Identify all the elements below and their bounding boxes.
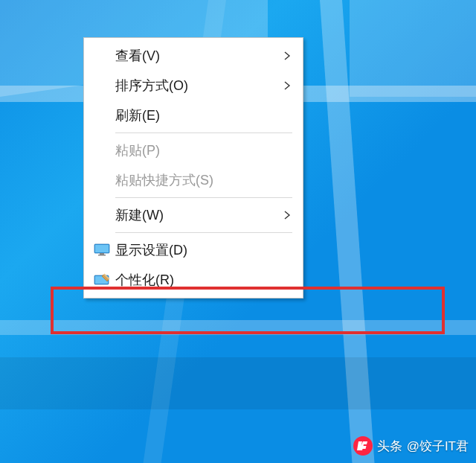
monitor-icon [91, 241, 112, 259]
menu-item-label: 排序方式(O) [112, 77, 282, 95]
menu-separator [115, 132, 292, 133]
menu-item-paste-shortcut: 粘贴快捷方式(S) [86, 165, 301, 195]
menu-item-label: 新建(W) [112, 206, 282, 224]
chevron-right-icon [282, 80, 292, 91]
bg-beam [0, 357, 476, 409]
menu-item-label: 粘贴快捷方式(S) [112, 171, 292, 189]
svg-rect-2 [100, 253, 104, 255]
chevron-right-icon [282, 51, 292, 61]
menu-item-new[interactable]: 新建(W) [86, 200, 301, 230]
menu-item-label: 粘贴(P) [112, 141, 292, 159]
menu-item-view[interactable]: 查看(V) [86, 41, 301, 71]
chevron-right-icon [282, 210, 292, 220]
menu-item-icon-placeholder [91, 77, 112, 95]
menu-item-label: 显示设置(D) [112, 241, 292, 259]
bg-beam [0, 320, 476, 335]
menu-item-icon-placeholder [91, 106, 112, 124]
menu-separator [115, 232, 292, 233]
personalize-icon [91, 271, 112, 289]
menu-item-label: 查看(V) [112, 47, 282, 65]
watermark-handle: @饺子IT君 [407, 438, 469, 455]
menu-item-icon-placeholder [91, 141, 112, 159]
menu-item-icon-placeholder [91, 47, 112, 65]
menu-item-personalize[interactable]: 个性化(R) [86, 265, 301, 295]
toutiao-logo-icon [353, 436, 373, 456]
bg-beam [350, 0, 476, 97]
watermark: 头条 @饺子IT君 [353, 436, 469, 456]
svg-rect-3 [98, 255, 106, 256]
menu-item-label: 刷新(E) [112, 106, 292, 124]
menu-item-sort[interactable]: 排序方式(O) [86, 71, 301, 100]
menu-item-refresh[interactable]: 刷新(E) [86, 100, 301, 130]
watermark-prefix: 头条 [377, 438, 402, 455]
menu-item-paste: 粘贴(P) [86, 135, 301, 165]
menu-separator [115, 197, 292, 198]
desktop-background[interactable]: 查看(V) 排序方式(O) 刷新(E) 粘贴(P) 粘贴快捷方式(S) [0, 0, 476, 463]
menu-item-label: 个性化(R) [112, 271, 292, 289]
menu-item-display-settings[interactable]: 显示设置(D) [86, 235, 301, 265]
desktop-context-menu: 查看(V) 排序方式(O) 刷新(E) 粘贴(P) 粘贴快捷方式(S) [83, 37, 303, 298]
menu-item-icon-placeholder [91, 171, 112, 189]
menu-item-icon-placeholder [91, 206, 112, 224]
svg-rect-1 [95, 245, 109, 252]
